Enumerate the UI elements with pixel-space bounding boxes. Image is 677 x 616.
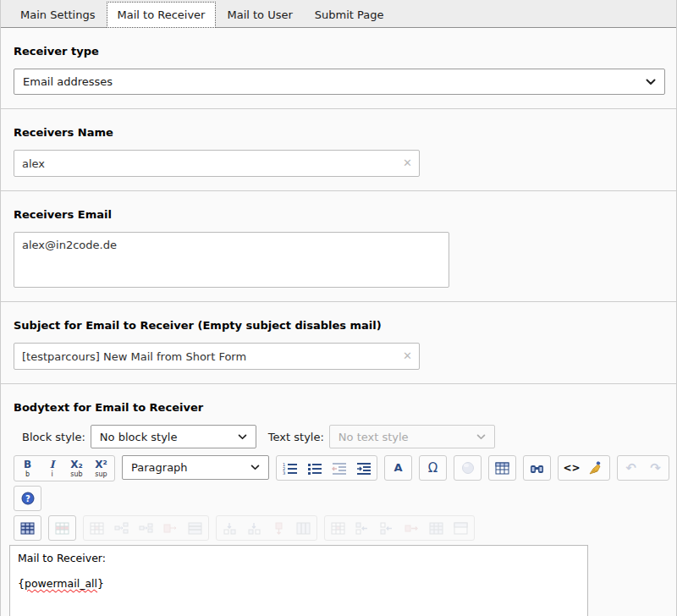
table-header-icon (454, 522, 468, 535)
subject-field-wrap: ✕ (14, 343, 420, 370)
chevron-down-icon (250, 465, 260, 470)
unordered-list-button[interactable] (302, 457, 327, 479)
tab-main-settings[interactable]: Main Settings (9, 2, 107, 27)
subscript-button[interactable]: X₂ sub (64, 457, 89, 480)
block-style-value: No block style (100, 431, 238, 443)
bold-button[interactable]: B b (15, 457, 40, 480)
remove-format-button[interactable] (584, 457, 608, 479)
format-buttons-group: B b I i X₂ sub X² sup (14, 455, 115, 481)
section-receiver-type: Receiver type Email addresses (1, 28, 676, 109)
row-properties-icon (55, 522, 69, 535)
svg-text:3: 3 (283, 470, 285, 475)
text-color-icon: A (394, 463, 402, 473)
table-properties-icon (20, 522, 35, 535)
insert-table-button[interactable] (490, 457, 515, 479)
receivers-email-textarea[interactable]: alex@in2code.de (14, 232, 449, 288)
table-group (488, 455, 516, 481)
merge-cells-button (158, 517, 183, 539)
subscript-sublabel: sub (70, 470, 82, 478)
row-split-button (291, 517, 316, 539)
receivers-name-heading: Receivers Name (14, 126, 663, 139)
source-clean-group: <> (558, 455, 610, 481)
find-group (523, 455, 551, 481)
row-ops-group (216, 515, 317, 541)
column-properties-icon (331, 522, 345, 535)
indent-button[interactable] (351, 457, 376, 479)
outdent-icon (332, 462, 346, 475)
form-page: Main Settings Mail to Receiver Mail to U… (0, 0, 677, 616)
column-ops-group (324, 515, 475, 541)
insert-column-after-icon (380, 522, 394, 535)
brace-close: } (97, 577, 104, 590)
chevron-down-icon (646, 79, 656, 85)
rte-editing-area[interactable]: Mail to Receiver: {powermail_all} (9, 545, 588, 616)
text-style-value: No text style (338, 431, 476, 443)
superscript-button[interactable]: X² sup (89, 457, 113, 480)
undo-button: ↶ (619, 457, 643, 479)
bodytext-heading: Bodytext for Email to Receiver (14, 401, 663, 414)
receivers-name-field-wrap: ✕ (14, 150, 420, 177)
block-style-select[interactable]: No block style (91, 425, 256, 448)
help-icon: ? (21, 492, 35, 505)
find-replace-button[interactable] (525, 457, 549, 479)
insert-column-before-button (350, 517, 375, 539)
receivers-email-heading: Receivers Email (14, 208, 663, 221)
delete-column-button (399, 517, 424, 539)
row-properties-group (48, 515, 76, 541)
rte-style-row: Block style: No block style Text style: … (22, 425, 676, 448)
receiver-type-heading: Receiver type (14, 45, 663, 58)
table-rows-icon (188, 522, 202, 535)
split-cell-horizontal-button (109, 517, 134, 539)
receivers-name-input[interactable] (14, 150, 420, 177)
source-code-icon: <> (563, 463, 580, 473)
about-help-button[interactable]: ? (15, 487, 40, 509)
undo-redo-group: ↶ ↷ (617, 455, 669, 481)
undo-icon: ↶ (625, 461, 636, 475)
rte-toolbar-row-3 (14, 515, 676, 541)
table-grid-button (424, 517, 449, 539)
tab-mail-to-receiver[interactable]: Mail to Receiver (107, 2, 217, 28)
paragraph-format-select[interactable]: Paragraph (122, 455, 269, 480)
unordered-list-icon (307, 462, 322, 475)
view-source-button[interactable]: <> (559, 457, 584, 479)
column-properties-button (326, 517, 350, 539)
clear-field-icon[interactable]: ✕ (403, 157, 412, 170)
ordered-list-icon: 123 (283, 462, 297, 475)
table-properties-button[interactable] (15, 517, 40, 539)
redo-button: ↷ (643, 457, 668, 479)
clear-field-icon[interactable]: ✕ (403, 349, 412, 363)
block-style-label: Block style: (22, 431, 85, 443)
split-cell-vertical-button (134, 517, 158, 539)
tab-submit-page[interactable]: Submit Page (304, 2, 395, 27)
merge-cells-icon (163, 522, 178, 535)
tab-bar: Main Settings Mail to Receiver Mail to U… (1, 0, 676, 28)
insert-row-after-icon (247, 522, 261, 535)
receiver-type-select[interactable]: Email addresses (14, 69, 665, 95)
powermail-marker: powermail_all (25, 577, 97, 590)
svg-text:?: ? (25, 494, 30, 503)
delete-column-icon (405, 522, 419, 535)
table-properties-group (14, 515, 41, 541)
split-cell-horizontal-icon (114, 522, 129, 535)
italic-button[interactable]: I i (40, 457, 64, 480)
text-color-button[interactable]: A (386, 457, 410, 479)
receiver-type-selected-value: Email addresses (23, 75, 646, 88)
list-buttons-group: 123 (276, 455, 377, 481)
subject-input[interactable] (14, 343, 420, 370)
insert-image-button (455, 457, 480, 479)
binoculars-icon (530, 462, 544, 475)
globe-icon (461, 461, 475, 475)
delete-row-button (267, 517, 291, 539)
tab-mail-to-user[interactable]: Mail to User (216, 2, 303, 27)
chevron-down-icon (238, 434, 247, 440)
subscript-icon: X₂ (70, 459, 83, 470)
ordered-list-button[interactable]: 123 (278, 457, 302, 479)
textcolor-group: A (384, 455, 412, 481)
insert-special-character-button[interactable]: Ω (421, 457, 445, 479)
outdent-button (327, 457, 351, 479)
italic-icon: I (50, 459, 55, 470)
text-style-label: Text style: (268, 431, 324, 443)
special-character-icon: Ω (428, 463, 438, 473)
section-bodytext: Bodytext for Email to Receiver Block sty… (1, 384, 676, 616)
cell-properties-button (85, 517, 109, 539)
